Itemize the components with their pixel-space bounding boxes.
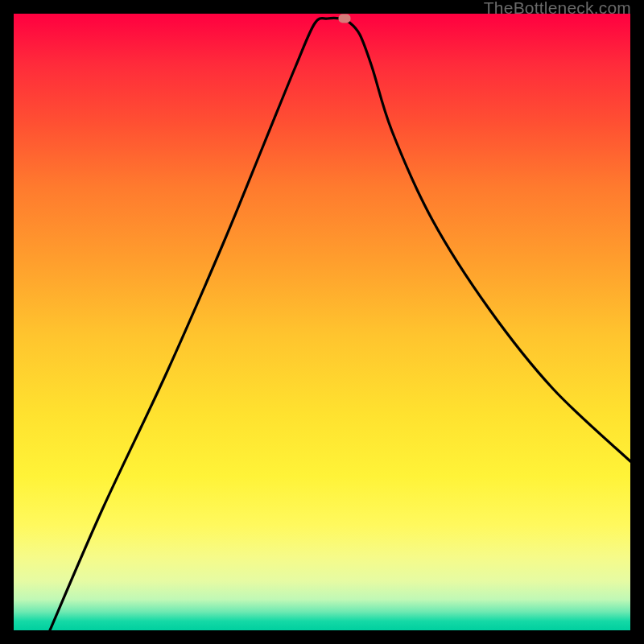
plot-svg [14, 14, 630, 630]
minimum-marker [339, 14, 351, 23]
curve-group [50, 14, 630, 631]
chart-frame: TheBottleneck.com [0, 0, 644, 644]
watermark-text: TheBottleneck.com [484, 0, 631, 18]
bottleneck-curve [50, 18, 630, 630]
